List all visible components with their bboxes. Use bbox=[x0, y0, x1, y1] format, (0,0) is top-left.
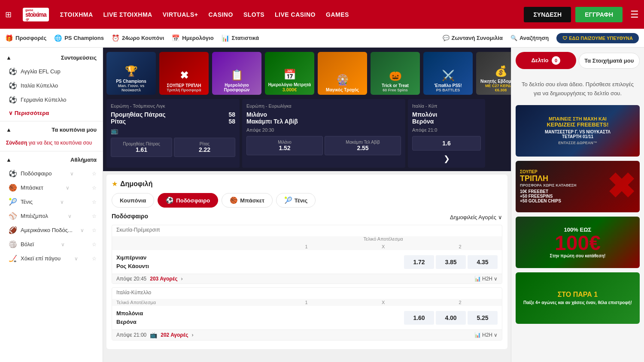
nav-live-stoixima[interactable]: LIVE ΣΤΟΙΧΗΜΑ bbox=[103, 11, 152, 18]
tab-coupons[interactable]: Κουπόνια bbox=[112, 193, 154, 208]
star-soccer[interactable]: ☆ bbox=[92, 171, 97, 177]
market-filter-dropdown[interactable]: Δημοφιλείς Αγορές ∨ bbox=[450, 214, 502, 220]
nav-statistics[interactable]: 📊 Στατιστικά bbox=[222, 34, 259, 42]
betslip-tab-active[interactable]: Δελτίο 0 bbox=[516, 52, 576, 69]
promo-card-wheel[interactable]: 🎡 Μαγικός Τροχός bbox=[318, 52, 367, 95]
nav-stoixima[interactable]: ΣΤΟΙΧΗΜΑ bbox=[60, 11, 93, 18]
match3-odds: 1.6 bbox=[412, 136, 481, 151]
nav-casino[interactable]: CASINO bbox=[208, 11, 233, 18]
tab-tennis[interactable]: 🎾 Τένις bbox=[276, 193, 316, 208]
markets-count-1[interactable]: 203 Αγορές bbox=[150, 276, 177, 282]
coupons-login-link[interactable]: Σύνδεση για να δεις τα κουπόνια σου bbox=[6, 140, 97, 146]
my-bets-tab[interactable]: Τα Στοιχήματά μου bbox=[579, 53, 640, 69]
nav-calendar[interactable]: 📅 Ημερολόγιο bbox=[172, 34, 213, 42]
nav-live-casino[interactable]: LIVE CASINO bbox=[275, 11, 316, 18]
promo-subtitle-battles: PS BATTLES bbox=[436, 88, 460, 92]
nav-calendar-label: Ημερολόγιο bbox=[182, 35, 213, 41]
register-button[interactable]: ΕΓΓΡΑΦΗ bbox=[575, 7, 623, 22]
match1-odd-2[interactable]: Ρίτας 2.22 bbox=[174, 138, 235, 157]
sidebar-sport-american-football[interactable]: 🏈 Αμερικάνικο Ποδός... ∨ ☆ bbox=[0, 223, 103, 237]
odd-2-match2[interactable]: 5.25 bbox=[468, 311, 498, 325]
banner-triple-inner: ΣΟΥΠΕΡ ΤΡΙΠΛΗ ΠΡΟΣΦΟΡΑ ΧΩΡΙΣ ΚΑΤΑΘΕΣΗ 10… bbox=[516, 161, 640, 212]
market-label-match2: Τελικό Αποτέλεσμα bbox=[116, 300, 269, 305]
tab-basketball[interactable]: 🏀 Μπάσκετ bbox=[222, 193, 273, 208]
star-amfootball[interactable]: ☆ bbox=[92, 227, 97, 233]
star-tennis[interactable]: ☆ bbox=[92, 199, 97, 205]
responsible-gambling-button[interactable]: 🛡 ΕΔΩ ΠΑΙΖΟΥΜΕ ΥΠΕΥΘΥΝΑ bbox=[556, 33, 639, 43]
star-hockey[interactable]: ☆ bbox=[92, 256, 97, 262]
nav-24h-coupon[interactable]: ⏰ 24ωρο Κουπόνι bbox=[112, 34, 164, 42]
sidebar-item-germany-cup[interactable]: ⚽ Γερμανία Κύπελλο bbox=[0, 93, 103, 107]
h2h-button-1[interactable]: 📊 H2H ∨ bbox=[474, 276, 498, 282]
sidebar-sport-soccer[interactable]: ⚽ Ποδόσφαιρο ∨ ☆ bbox=[0, 166, 103, 181]
promo-card-calendar[interactable]: 📅 Ημερολόγιο Μετρητά 3.000€ bbox=[265, 52, 314, 95]
odd-x-match1[interactable]: 3.85 bbox=[436, 255, 466, 269]
promo-card-wins[interactable]: 💰 Νικητής Εβδομάδας ΜΕ C27 ΚΕΡΔΙΣΕ €6.30… bbox=[476, 52, 511, 95]
match2-odd-2[interactable]: Μακάμπι Τελ Αβίβ 2.55 bbox=[325, 136, 401, 155]
basketball-icon: 🏀 bbox=[9, 184, 17, 192]
match2-teams: Μιλάνο Μακάμπι Τελ Αβίβ bbox=[246, 111, 401, 125]
tv-icon-match2: 📺 bbox=[150, 332, 157, 338]
promo-card-triple[interactable]: ✖ ΣΟΥΠΕΡ ΤΡΙΠΛΗ Τριπλή Προσφορά bbox=[159, 52, 209, 95]
star-basketball[interactable]: ☆ bbox=[92, 185, 97, 191]
nav-virtuals[interactable]: VIRTUALS+ bbox=[163, 11, 198, 18]
logo[interactable]: game stoixima .gr bbox=[20, 6, 52, 23]
promo-banner-triple[interactable]: ΣΟΥΠΕΡ ΤΡΙΠΛΗ ΠΡΟΣΦΟΡΑ ΧΩΡΙΣ ΚΑΤΑΘΕΣΗ 10… bbox=[516, 161, 640, 212]
globe-icon: 🌐 bbox=[54, 34, 62, 42]
sidebar-sport-tennis[interactable]: 🎾 Τένις ∨ ☆ bbox=[0, 195, 103, 209]
hamburger-icon[interactable]: ☰ bbox=[630, 9, 639, 20]
nav-ps-champions[interactable]: 🌐 PS Champions bbox=[54, 34, 104, 42]
sports-header[interactable]: ▲ Αθλήματα bbox=[0, 153, 103, 166]
main-nav: ΣΤΟΙΧΗΜΑ LIVE ΣΤΟΙΧΗΜΑ VIRTUALS+ CASINO … bbox=[60, 11, 516, 18]
live-chat-button[interactable]: 💬 Ζωντανή Συνομιλία bbox=[443, 35, 503, 41]
promo-title-triple: ΣΟΥΠΕΡ ΤΡΙΠΛΗ bbox=[167, 83, 201, 88]
promo-title-calendar: Ημερολόγιο Μετρητά bbox=[268, 82, 311, 87]
tab-soccer[interactable]: ⚽ Ποδόσφαιρο bbox=[158, 193, 218, 208]
login-button[interactable]: ΣΥΝΔΕΣΗ bbox=[524, 7, 571, 22]
promo-card-ps-champions[interactable]: 🏆 PS Champions Man. Γιουν. vs Νιούκαστλ bbox=[106, 52, 156, 95]
sidebar-more-shortcuts[interactable]: ∨ Περισσότερα bbox=[0, 107, 103, 119]
star-volleyball[interactable]: ☆ bbox=[92, 241, 97, 247]
chart-icon: 📊 bbox=[222, 34, 230, 42]
sidebar: ▲ Συντομεύσεις ⚽ Αγγλία EFL Cup ⚽ Ιταλία… bbox=[0, 48, 103, 362]
promo-title-battles: 'Επαθλο PS5! bbox=[434, 83, 462, 88]
nav-games[interactable]: GAMES bbox=[326, 11, 349, 18]
sidebar-item-italy-cup[interactable]: ⚽ Ιταλία Κύπελλο bbox=[0, 78, 103, 93]
odd-x-match2[interactable]: 4.00 bbox=[436, 311, 466, 325]
match-time-2: Απόψε 21:00 bbox=[116, 332, 146, 338]
banner-ps-inner: ΜΠΑΙΝΕΙΣ ΣΤΗ ΜΑΧΗ ΚΑΙ ΚΕΡΔΙΖΕΙΣ FREEBETS… bbox=[516, 105, 640, 157]
chat-icon: 💬 bbox=[443, 35, 450, 41]
star-baseball[interactable]: ☆ bbox=[92, 213, 97, 219]
shortcuts-header[interactable]: ▲ Συντομεύσεις bbox=[0, 51, 103, 64]
odd-1-match1[interactable]: 1.72 bbox=[404, 255, 434, 269]
sidebar-sport-hockey[interactable]: 🏒 Χόκεϊ επί πάγου ∨ ☆ bbox=[0, 251, 103, 265]
promo-card-battles[interactable]: ⚔️ 'Επαθλο PS5! PS BATTLES bbox=[423, 52, 473, 95]
nav-slots[interactable]: SLOTS bbox=[243, 11, 264, 18]
match3-next-icon[interactable]: ❯ bbox=[444, 154, 450, 163]
promo-banner-para1[interactable]: ΣΤΟ ΠΑΡΑ 1 Παίξε 4+ αγώνες και αν χάσεις… bbox=[516, 272, 640, 324]
my-bets-label: Τα Στοιχήματά μου bbox=[584, 57, 634, 64]
shortcuts-collapse-icon: ▲ bbox=[6, 54, 12, 61]
responsible-icon: 🛡 bbox=[562, 36, 567, 41]
sidebar-sport-baseball[interactable]: ⚾ Μπέιζμπολ ∨ ☆ bbox=[0, 209, 103, 223]
sidebar-sport-volleyball[interactable]: 🏐 Βόλεϊ ∨ ☆ bbox=[0, 237, 103, 251]
sidebar-item-england-efl[interactable]: ⚽ Αγγλία EFL Cup bbox=[0, 64, 103, 78]
markets-count-2[interactable]: 202 Αγορές bbox=[161, 332, 188, 338]
search-button[interactable]: 🔍 Αναζήτηση bbox=[510, 35, 549, 41]
promo-banner-100[interactable]: 100% ΕΩΣ 100€ Στην πρώτη σου κατάθεση! bbox=[516, 217, 640, 268]
coupons-header[interactable]: ▲ Τα κουπόνια μου bbox=[0, 123, 103, 136]
odd-2-match1[interactable]: 4.35 bbox=[468, 255, 498, 269]
nav-offers[interactable]: 🎁 Προσφορές bbox=[5, 34, 46, 42]
promo-card-offers[interactable]: 📋 Ημερολόγιο Προσφορών bbox=[212, 52, 261, 95]
match2-odd-1[interactable]: Μιλάνο 1.52 bbox=[246, 136, 323, 155]
promo-banner-ps[interactable]: ΜΠΑΙΝΕΙΣ ΣΤΗ ΜΑΧΗ ΚΑΙ ΚΕΡΔΙΖΕΙΣ FREEBETS… bbox=[516, 105, 640, 157]
odd-1-match2[interactable]: 1.60 bbox=[404, 311, 434, 325]
promo-card-trick[interactable]: 🎃 Trick or Treat 60 Free Spins bbox=[371, 52, 420, 95]
match3-odd-1[interactable]: 1.6 bbox=[412, 136, 481, 151]
grid-icon[interactable]: ⊞ bbox=[5, 10, 12, 19]
sidebar-sport-basketball[interactable]: 🏀 Μπάσκετ ∨ ☆ bbox=[0, 181, 103, 195]
h2h-button-2[interactable]: 📊 H2H ∨ bbox=[474, 332, 498, 338]
match1-odd-1[interactable]: Προμηθέας Πάτρας 1.61 bbox=[111, 138, 172, 157]
login-link[interactable]: Σύνδεση bbox=[6, 140, 27, 146]
popular-section: ★ Δημοφιλή Κουπόνια ⚽ Ποδόσφαιρο 🏀 Μπάσκ… bbox=[106, 175, 507, 349]
